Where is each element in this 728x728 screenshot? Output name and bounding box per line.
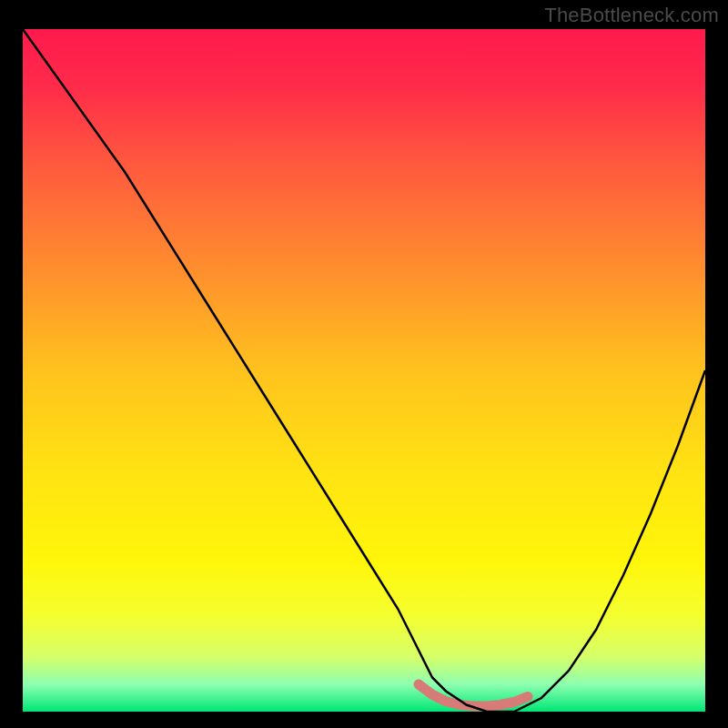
series-optimal-band (419, 684, 528, 706)
plot-area (23, 29, 705, 712)
series-bottleneck-curve (23, 29, 705, 712)
attribution-text: TheBottleneck.com (544, 4, 719, 27)
curve-layer (23, 29, 705, 712)
chart-frame: TheBottleneck.com (0, 0, 728, 728)
